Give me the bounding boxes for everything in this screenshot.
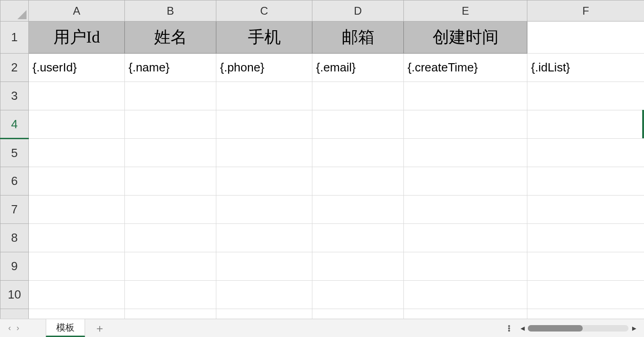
cell-a11[interactable] [29,309,125,319]
cell-c8[interactable] [216,224,312,252]
horizontal-scrollbar[interactable]: ◀ ▶ [519,324,638,332]
cell-d9[interactable] [312,252,404,281]
cell-e11[interactable] [404,309,527,319]
cell-e5[interactable] [404,139,527,167]
cell-d3[interactable] [312,82,404,110]
sheet-nav-prev-icon[interactable]: ‹ [6,321,13,335]
cell-b10[interactable] [125,281,216,309]
cell-f9[interactable] [527,252,644,281]
cell-e10[interactable] [404,281,527,309]
cell-d7[interactable] [312,196,404,224]
cell-d8[interactable] [312,224,404,252]
cell-d11[interactable] [312,309,404,319]
row-11: 11 [0,309,644,319]
cell-a4[interactable] [29,110,125,139]
row-header-3[interactable]: 3 [0,82,29,110]
cell-c1[interactable]: 手机 [216,22,312,54]
tab-options-icon[interactable]: ●●● [508,325,510,332]
hscroll-thumb[interactable] [528,325,583,332]
cell-a10[interactable] [29,281,125,309]
row-header-7[interactable]: 7 [0,196,29,224]
cell-e8[interactable] [404,224,527,252]
footer-right: ●●● ◀ ▶ [508,324,644,332]
cell-d1[interactable]: 邮箱 [312,22,404,54]
col-header-a[interactable]: A [29,0,125,22]
cell-b4[interactable] [125,110,216,139]
col-header-d[interactable]: D [312,0,404,22]
sheet-grid[interactable]: A B C D E F 1 用户Id 姓名 手机 邮箱 创建时间 2 {.use… [0,0,644,319]
cell-f10[interactable] [527,281,644,309]
row-header-4[interactable]: 4 [0,110,29,139]
col-header-e[interactable]: E [404,0,527,22]
cell-f8[interactable] [527,224,644,252]
cell-c3[interactable] [216,82,312,110]
row-header-2[interactable]: 2 [0,54,29,82]
cell-f1[interactable] [527,22,644,54]
col-header-b[interactable]: B [125,0,216,22]
cell-e9[interactable] [404,252,527,281]
cell-f11[interactable] [527,309,644,319]
cell-a5[interactable] [29,139,125,167]
cell-e4[interactable] [404,110,527,139]
row-header-9[interactable]: 9 [0,252,29,281]
cell-a6[interactable] [29,167,125,196]
cell-b1[interactable]: 姓名 [125,22,216,54]
row-header-5[interactable]: 5 [0,139,29,167]
col-header-f[interactable]: F [527,0,644,22]
cell-a7[interactable] [29,196,125,224]
row-header-11[interactable]: 11 [0,309,29,319]
cell-f3[interactable] [527,82,644,110]
sheet-tab-bar: ‹ › 模板 ＋ ●●● ◀ ▶ [0,319,644,337]
cell-a3[interactable] [29,82,125,110]
select-all-corner[interactable] [0,0,29,22]
row-header-6[interactable]: 6 [0,167,29,196]
cell-a2[interactable]: {.userId} [29,54,125,82]
cell-a8[interactable] [29,224,125,252]
cell-c4[interactable] [216,110,312,139]
cell-d4[interactable] [312,110,404,139]
cell-c2[interactable]: {.phone} [216,54,312,82]
row-header-8[interactable]: 8 [0,224,29,252]
cell-b11[interactable] [125,309,216,319]
cell-c10[interactable] [216,281,312,309]
cell-c5[interactable] [216,139,312,167]
cell-b7[interactable] [125,196,216,224]
cell-b6[interactable] [125,167,216,196]
row-1: 1 用户Id 姓名 手机 邮箱 创建时间 [0,22,644,54]
sheet-tab-template[interactable]: 模板 [46,319,85,337]
hscroll-right-icon[interactable]: ▶ [630,325,638,332]
cell-c6[interactable] [216,167,312,196]
cell-d10[interactable] [312,281,404,309]
sheet-nav-next-icon[interactable]: › [15,321,21,335]
cell-d2[interactable]: {.email} [312,54,404,82]
cell-e3[interactable] [404,82,527,110]
hscroll-track[interactable] [528,325,628,332]
cell-f5[interactable] [527,139,644,167]
row-header-10[interactable]: 10 [0,281,29,309]
hscroll-left-icon[interactable]: ◀ [519,325,526,332]
cell-c11[interactable] [216,309,312,319]
cell-e1[interactable]: 创建时间 [404,22,527,54]
cell-e6[interactable] [404,167,527,196]
cell-b2[interactable]: {.name} [125,54,216,82]
cell-c7[interactable] [216,196,312,224]
cell-e7[interactable] [404,196,527,224]
cell-c9[interactable] [216,252,312,281]
cell-b8[interactable] [125,224,216,252]
cell-f6[interactable] [527,167,644,196]
row-5: 5 [0,139,644,167]
cell-d5[interactable] [312,139,404,167]
cell-b3[interactable] [125,82,216,110]
cell-f7[interactable] [527,196,644,224]
cell-d6[interactable] [312,167,404,196]
col-header-c[interactable]: C [216,0,312,22]
cell-f2[interactable]: {.idList} [527,54,644,82]
cell-a1[interactable]: 用户Id [29,22,125,54]
cell-b5[interactable] [125,139,216,167]
cell-a9[interactable] [29,252,125,281]
cell-e2[interactable]: {.createTime} [404,54,527,82]
add-sheet-button[interactable]: ＋ [85,319,114,337]
row-header-1[interactable]: 1 [0,22,29,54]
cell-b9[interactable] [125,252,216,281]
cell-f4[interactable] [527,110,644,139]
